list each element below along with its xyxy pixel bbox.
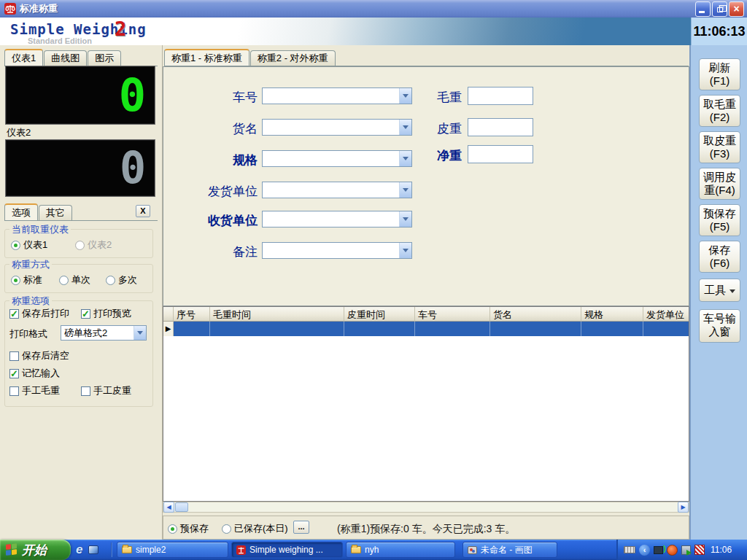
horizontal-scrollbar[interactable]: ◀ ▶: [163, 502, 689, 513]
tare-weight-input[interactable]: [468, 118, 533, 136]
tab-other[interactable]: 其它: [39, 205, 72, 220]
chevron-down-icon: [729, 289, 735, 293]
table-row[interactable]: ▶: [163, 322, 689, 336]
show-desktop-icon[interactable]: [88, 545, 98, 554]
radio-presave-icon: [168, 524, 177, 534]
collapse-tray-icon[interactable]: ‹: [639, 545, 650, 556]
tools-button[interactable]: 工具: [699, 279, 740, 302]
ime-icon[interactable]: [694, 545, 705, 555]
spec-combo[interactable]: [262, 150, 412, 167]
checkbox-memory-input-icon: [9, 369, 19, 378]
refresh-button[interactable]: 刷新(F1): [699, 58, 740, 90]
recall-tare-button[interactable]: 调用皮重(F4): [699, 168, 740, 200]
goods-name-combo[interactable]: [262, 119, 412, 136]
folder-icon: [351, 546, 361, 553]
task-nyh[interactable]: nyh: [346, 542, 455, 558]
header-goods-name[interactable]: 货名: [490, 307, 581, 322]
network-icon[interactable]: [654, 546, 663, 554]
radio-standard-icon: [11, 276, 20, 285]
vehicle-input-window-button[interactable]: 车号输入窗: [699, 309, 740, 343]
radio-saved-icon: [222, 524, 231, 534]
start-button[interactable]: 开始: [0, 540, 71, 560]
checkbox-manual-gross-icon: [9, 386, 19, 396]
label-goods-name: 货名: [177, 120, 258, 137]
tab-weighing1[interactable]: 称重1 - 标准称重: [164, 49, 249, 66]
task-simple2[interactable]: simple2: [117, 542, 228, 558]
service-icon[interactable]: [681, 545, 691, 555]
radio-standard[interactable]: 标准: [11, 273, 42, 287]
header-vehicle-no[interactable]: 车号: [415, 307, 490, 322]
print-format-combo[interactable]: 磅单格式2: [61, 325, 147, 341]
header-tare-time[interactable]: 皮重时间: [344, 307, 415, 322]
options-close-button[interactable]: X: [136, 205, 150, 217]
minimize-button[interactable]: [695, 1, 711, 17]
status-bar: 预保存 已保存(本日) ... (称重1)预保存:0 车。今天已完成:3 车。: [163, 516, 689, 540]
radio-saved-filter[interactable]: 已保存(本日): [222, 522, 288, 535]
checkbox-print-preview-icon: [81, 309, 90, 319]
taskbar-separator: [111, 542, 112, 557]
action-panel: 刷新(F1) 取毛重(F2) 取皮重(F3) 调用皮重(F4) 预保存(F5) …: [689, 45, 747, 540]
restore-button[interactable]: [712, 1, 727, 17]
checkbox-clear-after-save[interactable]: 保存后清空: [9, 349, 69, 362]
task-paint[interactable]: 未命名 - 画图: [462, 542, 557, 558]
receiver-combo[interactable]: [262, 211, 412, 228]
table-header-row: 序号 毛重时间 皮重时间 车号 货名 规格 发货单位: [163, 307, 689, 322]
group-weigh-options: 称重选项 保存后打印 打印预览 打印格式 磅单格式2 保存后清空: [4, 300, 153, 407]
presave-button[interactable]: 预保存(F5): [699, 204, 740, 236]
radio-multi[interactable]: 多次: [106, 273, 137, 287]
shipper-combo[interactable]: [262, 182, 412, 198]
label-shipper: 发货单位: [177, 183, 258, 200]
task-simple-weighing[interactable]: Simple weighing ...: [231, 542, 343, 558]
chevron-down-icon[interactable]: [399, 243, 411, 258]
radio-single[interactable]: 单次: [59, 273, 90, 287]
close-icon: ×: [729, 2, 743, 16]
checkbox-print-preview[interactable]: 打印预览: [81, 307, 131, 320]
tab-curve[interactable]: 曲线图: [44, 50, 87, 66]
vehicle-no-combo[interactable]: [262, 88, 412, 104]
header-seq[interactable]: 序号: [174, 307, 210, 322]
checkbox-manual-tare[interactable]: 手工皮重: [81, 384, 131, 397]
take-tare-button[interactable]: 取皮重(F3): [699, 131, 740, 163]
radio-meter2-icon: [75, 241, 85, 250]
app-window: 标准称重 × Simple Weighing 2 Standard Editio…: [0, 0, 747, 560]
header-spec[interactable]: 规格: [581, 307, 643, 322]
chevron-down-icon[interactable]: [133, 326, 146, 340]
checkbox-print-after-save[interactable]: 保存后打印: [9, 307, 69, 320]
remark-combo[interactable]: [262, 242, 412, 259]
tab-diagram[interactable]: 图示: [88, 50, 121, 66]
radio-meter1[interactable]: 仪表1: [11, 238, 47, 252]
chevron-down-icon[interactable]: [399, 211, 411, 227]
checkbox-manual-gross[interactable]: 手工毛重: [9, 384, 60, 397]
app-logo-icon: [4, 3, 16, 15]
tab-weighing2[interactable]: 称重2 - 对外称重: [250, 50, 336, 66]
label-tare-weight: 皮重: [403, 120, 462, 137]
minimize-icon: [699, 11, 705, 13]
label-net-weight: 净重: [403, 147, 462, 164]
tab-options[interactable]: 选项: [4, 203, 38, 220]
label-vehicle-no: 车号: [177, 89, 258, 106]
radio-meter2[interactable]: 仪表2: [75, 238, 112, 252]
quick-launch: e: [76, 542, 98, 558]
header-gross-time[interactable]: 毛重时间: [210, 307, 344, 322]
security-icon[interactable]: [667, 545, 678, 556]
folder-icon: [122, 546, 132, 553]
app-version: 2: [115, 18, 126, 40]
save-button[interactable]: 保存(F6): [699, 241, 740, 273]
take-gross-button[interactable]: 取毛重(F2): [699, 95, 740, 127]
checkbox-memory-input[interactable]: 记忆输入: [9, 367, 60, 380]
more-options-button[interactable]: ...: [293, 521, 309, 534]
scroll-right-icon[interactable]: ▶: [678, 502, 689, 513]
ie-icon[interactable]: e: [76, 542, 82, 557]
close-button[interactable]: ×: [729, 1, 744, 17]
keyboard-icon[interactable]: [624, 546, 635, 553]
scrollbar-thumb[interactable]: [175, 502, 188, 512]
header-shipper[interactable]: 发货单位: [643, 307, 689, 322]
scroll-left-icon[interactable]: ◀: [163, 502, 174, 513]
net-weight-input[interactable]: [468, 145, 533, 163]
gross-weight-input[interactable]: [468, 87, 533, 105]
radio-presave-filter[interactable]: 预保存: [168, 522, 209, 535]
chevron-down-icon[interactable]: [399, 182, 411, 198]
titlebar: 标准称重 ×: [0, 0, 747, 18]
tab-meter1[interactable]: 仪表1: [4, 49, 43, 66]
group-weigh-mode: 称重方式 标准 单次 多次: [4, 264, 153, 293]
